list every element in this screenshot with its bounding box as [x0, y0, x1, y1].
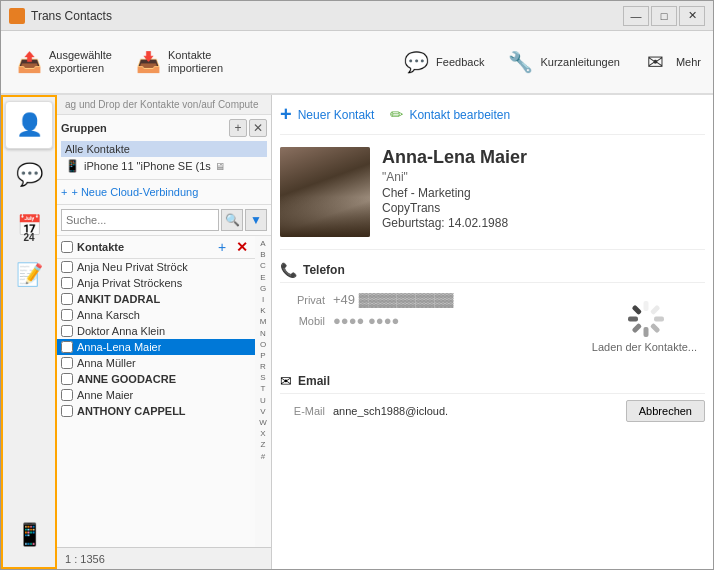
alpha-i[interactable]: I	[262, 294, 264, 305]
phone-privat-row: Privat +49 ▓▓▓▓▓▓▓▓▓▓	[280, 289, 568, 310]
contact-checkbox[interactable]	[61, 261, 73, 273]
maximize-button[interactable]: □	[651, 6, 677, 26]
email-section-header: ✉ Email	[280, 369, 705, 394]
contact-item[interactable]: Anne Maier	[57, 387, 255, 403]
svg-rect-6	[628, 317, 638, 322]
alpha-n[interactable]: N	[260, 328, 266, 339]
more-button[interactable]: ✉ Mehr	[632, 42, 709, 82]
alpha-c[interactable]: C	[260, 260, 266, 271]
alpha-b[interactable]: B	[260, 249, 265, 260]
feedback-button[interactable]: 💬 Feedback	[392, 42, 492, 82]
export-icon: 📤	[13, 46, 45, 78]
alpha-t[interactable]: T	[261, 383, 266, 394]
edit-contact-icon: ✏	[390, 105, 403, 124]
contact-item[interactable]: Anna Karsch	[57, 307, 255, 323]
contact-checkbox[interactable]	[61, 405, 73, 417]
contact-checkbox[interactable]	[61, 293, 73, 305]
alpha-u[interactable]: U	[260, 395, 266, 406]
title-bar-left: Trans Contacts	[9, 8, 112, 24]
export-button[interactable]: 📤 Ausgewählte exportieren	[5, 42, 120, 82]
cancel-button[interactable]: Abbrechen	[626, 400, 705, 422]
contact-name: Anja Neu Privat Ströck	[77, 261, 188, 273]
del-group-button[interactable]: ✕	[249, 119, 267, 137]
select-all-checkbox[interactable]	[61, 241, 73, 253]
phone-fields: Privat +49 ▓▓▓▓▓▓▓▓▓▓ Mobil ●●●● ●●●●	[280, 289, 568, 361]
alpha-e[interactable]: E	[260, 272, 265, 283]
title-controls: — □ ✕	[623, 6, 705, 26]
minimize-button[interactable]: —	[623, 6, 649, 26]
sidebar-item-device[interactable]: 📱	[5, 511, 53, 559]
alpha-k[interactable]: K	[260, 305, 265, 316]
main-area: 👤 💬 📅 24 📝 📱 ag und Drop der Kontakte vo…	[1, 95, 713, 569]
contact-item-selected[interactable]: Anna-Lena Maier	[57, 339, 255, 355]
import-button[interactable]: 📥 Kontakte importieren	[124, 42, 231, 82]
contact-checkbox[interactable]	[61, 325, 73, 337]
filter-button[interactable]: ▼	[245, 209, 267, 231]
title-bar: Trans Contacts — □ ✕	[1, 1, 713, 31]
contact-name: ANKIT DADRAL	[77, 293, 160, 305]
contact-checkbox[interactable]	[61, 357, 73, 369]
shortcuts-button[interactable]: 🔧 Kurzanleitungen	[496, 42, 628, 82]
sidebar-item-contacts[interactable]: 👤	[5, 101, 53, 149]
left-panel: ag und Drop der Kontakte von/auf Compute…	[57, 95, 272, 569]
contact-item[interactable]: Anna Müller	[57, 355, 255, 371]
contact-item[interactable]: Anja Neu Privat Ströck	[57, 259, 255, 275]
loading-area: Laden der Kontakte...	[584, 289, 705, 361]
contacts-actions: + ✕	[213, 238, 251, 256]
add-group-button[interactable]: +	[229, 119, 247, 137]
group-item-all-contacts[interactable]: Alle Kontakte	[61, 141, 267, 157]
search-button[interactable]: 🔍	[221, 209, 243, 231]
right-panel: + Neuer Kontakt ✏ Kontakt bearbeiten	[272, 95, 713, 569]
alpha-m[interactable]: M	[260, 316, 267, 327]
contact-checkbox[interactable]	[61, 309, 73, 321]
contact-checkbox[interactable]	[61, 277, 73, 289]
contact-item[interactable]: Anja Privat Ströckens	[57, 275, 255, 291]
contact-item[interactable]: ANNE GOODACRE	[57, 371, 255, 387]
contact-item[interactable]: ANKIT DADRAL	[57, 291, 255, 307]
svg-rect-0	[644, 301, 649, 311]
device-item[interactable]: 📱 iPhone 11 "iPhone SE (1s 🖥	[61, 157, 267, 175]
add-contact-button[interactable]: +	[213, 238, 231, 256]
alpha-a[interactable]: A	[260, 238, 265, 249]
phone-icon: 📞	[280, 262, 297, 278]
alpha-x[interactable]: X	[260, 428, 265, 439]
alpha-w[interactable]: W	[259, 417, 267, 428]
alpha-z[interactable]: Z	[261, 439, 266, 450]
alpha-o[interactable]: O	[260, 339, 266, 350]
alpha-g[interactable]: G	[260, 283, 266, 294]
alpha-hash[interactable]: #	[261, 451, 265, 462]
new-contact-button[interactable]: + Neuer Kontakt	[280, 103, 374, 126]
contact-item[interactable]: ANTHONY CAPPELL	[57, 403, 255, 419]
contact-company: CopyTrans	[382, 201, 705, 215]
alpha-r[interactable]: R	[260, 361, 266, 372]
contact-item[interactable]: Doktor Anna Klein	[57, 323, 255, 339]
edit-contact-button[interactable]: ✏ Kontakt bearbeiten	[390, 105, 510, 124]
alpha-s[interactable]: S	[260, 372, 265, 383]
sidebar-item-messages[interactable]: 💬	[5, 151, 53, 199]
svg-rect-3	[650, 323, 661, 334]
cloud-connect-button[interactable]: + + Neue Cloud-Verbindung	[61, 186, 267, 198]
search-input[interactable]	[61, 209, 219, 231]
device-icon: 📱	[65, 159, 80, 173]
svg-rect-5	[632, 323, 643, 334]
contact-checkbox[interactable]	[61, 341, 73, 353]
alpha-v[interactable]: V	[260, 406, 265, 417]
phone-privat-value: +49 ▓▓▓▓▓▓▓▓▓▓	[333, 292, 568, 307]
sidebar-item-notes[interactable]: 📝	[5, 251, 53, 299]
delete-contact-button[interactable]: ✕	[233, 238, 251, 256]
contact-checkbox[interactable]	[61, 373, 73, 385]
email-section-title: Email	[298, 374, 330, 388]
sidebar-icons: 👤 💬 📅 24 📝 📱	[1, 95, 57, 569]
alpha-p[interactable]: P	[260, 350, 265, 361]
shortcuts-label: Kurzanleitungen	[540, 56, 620, 68]
close-button[interactable]: ✕	[679, 6, 705, 26]
contact-name: Anna Müller	[77, 357, 136, 369]
cloud-label: + Neue Cloud-Verbindung	[71, 186, 198, 198]
svg-rect-2	[654, 317, 664, 322]
phone-content: Privat +49 ▓▓▓▓▓▓▓▓▓▓ Mobil ●●●● ●●●●	[280, 289, 705, 361]
groups-actions: + ✕	[229, 119, 267, 137]
email-row: E-Mail anne_sch1988@icloud.	[280, 402, 626, 420]
phone-section-header: 📞 Telefon	[280, 258, 705, 283]
sidebar-item-calendar[interactable]: 📅 24	[5, 201, 53, 249]
contact-checkbox[interactable]	[61, 389, 73, 401]
